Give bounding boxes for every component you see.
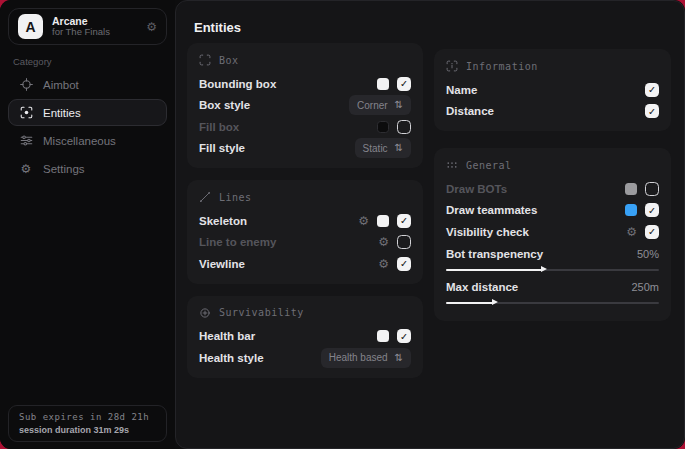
row-bounding-box: Bounding box✓ <box>199 73 411 95</box>
information-icon <box>446 60 458 72</box>
sidebar-item-aimbot[interactable]: Aimbot <box>8 71 167 98</box>
sidebar-item-entities[interactable]: Entities <box>8 99 167 126</box>
row-controls: ✓ <box>625 203 659 217</box>
column-0: BoxBounding box✓Box styleCorner⇅Fill box… <box>187 43 423 378</box>
updown-icon: ⇅ <box>395 143 403 153</box>
checkbox-skeleton[interactable]: ✓ <box>397 214 411 228</box>
row-controls: ⚙✓ <box>626 225 659 239</box>
checkbox-draw-bots[interactable] <box>645 182 659 196</box>
row-name: Name✓ <box>446 79 659 101</box>
slider-labels: Bot transpenency 50% <box>446 246 659 262</box>
line-icon <box>199 191 211 203</box>
select-value: Health based <box>329 352 388 363</box>
checkbox-visibility-check[interactable]: ✓ <box>645 225 659 239</box>
card-title: General <box>466 160 512 171</box>
row-controls: ✓ <box>645 104 659 118</box>
row-box-style: Box styleCorner⇅ <box>199 95 411 117</box>
sidebar-item-settings[interactable]: ⚙Settings <box>8 155 167 182</box>
row-controls <box>377 120 411 134</box>
row-settings-gear-icon[interactable]: ⚙ <box>358 215 369 227</box>
slider-labels: Max distance 250m <box>446 279 659 295</box>
color-swatch[interactable] <box>377 78 389 90</box>
app-window: A Arcane for The Finals ⚙ Category Aimbo… <box>0 0 685 449</box>
sidebar: A Arcane for The Finals ⚙ Category Aimbo… <box>0 0 175 449</box>
sidebar-item-label: Aimbot <box>43 79 79 91</box>
updown-icon: ⇅ <box>395 353 403 363</box>
row-controls: ✓ <box>377 77 411 91</box>
slider-thumb-icon[interactable] <box>492 299 498 305</box>
slider-label: Bot transpenency <box>446 248 637 260</box>
logo-settings-gear-icon[interactable]: ⚙ <box>146 20 157 34</box>
box-corners-icon <box>199 54 211 66</box>
select-health-style[interactable]: Health based⇅ <box>321 348 411 368</box>
row-health-bar: Health bar✓ <box>199 326 411 348</box>
slider-fill <box>446 269 542 271</box>
row-controls: ✓ <box>377 329 411 343</box>
select-fill-style[interactable]: Static⇅ <box>355 138 411 158</box>
slider-row-max-distance: Max distance 250m <box>446 279 659 307</box>
color-swatch[interactable] <box>377 121 389 133</box>
survivability-card-header: Survivability <box>199 307 411 319</box>
slider-track-max-distance[interactable] <box>446 299 659 307</box>
app-subtitle: for The Finals <box>52 27 137 38</box>
slider-value: 250m <box>631 281 659 293</box>
checkbox-name[interactable]: ✓ <box>645 83 659 97</box>
sidebar-item-label: Settings <box>43 163 85 175</box>
select-value: Static <box>363 143 388 154</box>
row-skeleton: Skeleton⚙✓ <box>199 210 411 232</box>
information-card-header: Information <box>446 60 659 72</box>
checkbox-health-bar[interactable]: ✓ <box>397 329 411 343</box>
row-label: Draw BOTs <box>446 183 625 195</box>
slider-thumb-icon[interactable] <box>541 266 547 272</box>
slider-row-bot-transpenency: Bot transpenency 50% <box>446 246 659 274</box>
sub-expires-text: Sub expires in 28d 21h <box>19 412 156 422</box>
color-swatch[interactable] <box>625 204 637 216</box>
main-panel: Entities BoxBounding box✓Box styleCorner… <box>175 0 685 449</box>
row-label: Bounding box <box>199 78 377 90</box>
row-controls: ⚙✓ <box>378 257 411 271</box>
select-box-style[interactable]: Corner⇅ <box>349 95 411 115</box>
checkbox-distance[interactable]: ✓ <box>645 104 659 118</box>
row-label: Draw teammates <box>446 204 625 216</box>
card-title: Survivability <box>219 307 304 318</box>
row-label: Distance <box>446 105 645 117</box>
subscription-status-card: Sub expires in 28d 21h session duration … <box>8 405 167 442</box>
row-line-to-enemy: Line to enemy⚙ <box>199 232 411 254</box>
backdrop: A Arcane for The Finals ⚙ Category Aimbo… <box>0 0 685 449</box>
row-controls: Health based⇅ <box>321 348 411 368</box>
cards-container: BoxBounding box✓Box styleCorner⇅Fill box… <box>187 43 673 378</box>
lines-card: LinesSkeleton⚙✓Line to enemy⚙Viewline⚙✓ <box>187 180 423 284</box>
row-settings-gear-icon[interactable]: ⚙ <box>378 236 389 248</box>
gear-icon: ⚙ <box>19 162 33 176</box>
category-label: Category <box>13 56 52 67</box>
row-label: Visibility check <box>446 226 626 238</box>
checkbox-draw-teammates[interactable]: ✓ <box>645 203 659 217</box>
app-logo: A <box>18 14 43 39</box>
select-value: Corner <box>357 100 388 111</box>
card-title: Box <box>219 55 239 66</box>
slider-fill <box>446 302 493 304</box>
general-card: GeneralDraw BOTsDraw teammates✓Visibilit… <box>434 148 671 321</box>
row-label: Health bar <box>199 330 377 342</box>
checkbox-bounding-box[interactable]: ✓ <box>397 77 411 91</box>
color-swatch[interactable] <box>377 215 389 227</box>
slider-track-bot-transpenency[interactable] <box>446 266 659 274</box>
box-card: BoxBounding box✓Box styleCorner⇅Fill box… <box>187 43 423 168</box>
checkbox-line-to-enemy[interactable] <box>397 235 411 249</box>
row-label: Fill box <box>199 121 377 133</box>
lines-card-header: Lines <box>199 191 411 203</box>
sidebar-nav: AimbotEntitiesMiscellaneous⚙Settings <box>8 71 167 182</box>
general-grid-icon <box>446 159 458 171</box>
row-fill-box: Fill box <box>199 116 411 138</box>
checkbox-viewline[interactable]: ✓ <box>397 257 411 271</box>
row-label: Health style <box>199 352 321 364</box>
sidebar-item-miscellaneous[interactable]: Miscellaneous <box>8 127 167 154</box>
color-swatch[interactable] <box>625 183 637 195</box>
row-controls <box>625 182 659 196</box>
page-title: Entities <box>194 20 241 35</box>
row-settings-gear-icon[interactable]: ⚙ <box>626 226 637 238</box>
checkbox-fill-box[interactable] <box>397 120 411 134</box>
row-settings-gear-icon[interactable]: ⚙ <box>378 258 389 270</box>
color-swatch[interactable] <box>377 330 389 342</box>
row-controls: Static⇅ <box>355 138 411 158</box>
